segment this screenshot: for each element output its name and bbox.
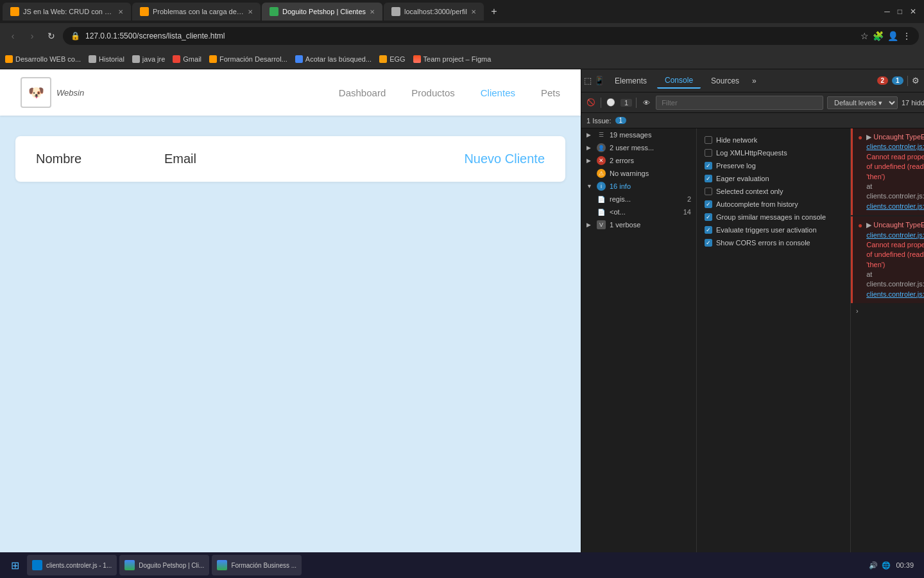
error-2-link[interactable]: clients.controler.js:37	[866, 231, 924, 239]
preserve-log-checkbox[interactable]: ✓	[705, 162, 712, 170]
bookmarks-bar: Desarrollo WEB co... Historial java jre …	[0, 49, 924, 69]
error-2-dot: ●	[858, 221, 862, 230]
bookmark-formacion[interactable]: Formación Desarrol...	[209, 55, 287, 63]
vscode-icon	[32, 560, 42, 570]
setting-group-similar[interactable]: ✓ Group similar messages in console	[702, 211, 845, 223]
taskbar-vscode[interactable]: clients.controler.js - 1...	[27, 555, 117, 575]
error-2-at-link[interactable]: clients.controler.js:37:35	[866, 290, 924, 298]
console-toolbar: 🚫 ⚪ 1 👁 Default levels ▾ 17 hidden ⚙	[581, 92, 924, 113]
nav-pets[interactable]: Pets	[541, 87, 560, 98]
evaluate-triggers-checkbox[interactable]: ✓	[705, 226, 712, 234]
tab-4[interactable]: localhost:3000/perfil ✕	[384, 3, 484, 21]
console-item-info[interactable]: ▼ i 16 info	[581, 180, 696, 193]
tab-1-close[interactable]: ✕	[118, 8, 123, 15]
tab-3[interactable]: Doguito Petshop | Clientes ✕	[262, 3, 382, 21]
bookmark-java[interactable]: java jre	[132, 55, 165, 63]
bookmark-star[interactable]: ☆	[860, 31, 869, 41]
extensions-icon[interactable]: 🧩	[873, 31, 884, 41]
preserve-log-icon[interactable]: ⚪	[605, 97, 617, 109]
reload-button[interactable]: ↻	[44, 28, 59, 44]
console-item-verbose[interactable]: ▶ V 1 verbose	[581, 218, 696, 231]
network-icon[interactable]: 🌐	[882, 561, 891, 570]
minimize-button[interactable]: ─	[884, 7, 890, 16]
url-bar[interactable]: 🔒 127.0.0.1:5500/screens/lista_cliente.h…	[63, 27, 919, 45]
hide-network-checkbox[interactable]	[705, 136, 712, 144]
top-context-select[interactable]: 1	[620, 99, 632, 107]
menu-button[interactable]: ⋮	[902, 31, 911, 41]
group-similar-checkbox[interactable]: ✓	[705, 213, 712, 221]
setting-log-xml[interactable]: Log XMLHttpRequests	[702, 146, 845, 159]
bookmark-acotar[interactable]: Acotar las búsqued...	[295, 55, 372, 63]
bookmark-gmail[interactable]: Gmail	[173, 55, 201, 63]
nuevo-cliente-button[interactable]: Nuevo Cliente	[464, 152, 545, 166]
error-2-arrow[interactable]: ▶	[866, 221, 873, 229]
eye-icon[interactable]: 👁	[640, 97, 652, 109]
bookmark-historial[interactable]: Historial	[89, 55, 124, 63]
tab-console[interactable]: Console	[657, 73, 701, 89]
volume-icon[interactable]: 🔊	[869, 561, 878, 570]
clear-console-icon[interactable]: 🚫	[585, 97, 597, 109]
ct-sep-1	[601, 98, 601, 108]
tab-3-close[interactable]: ✕	[370, 8, 375, 15]
new-tab-button[interactable]: +	[485, 3, 503, 21]
console-left: ▶ ☰ 19 messages ▶ 👤 2 user mess... ▶ ✕ 2…	[581, 128, 697, 557]
console-item-user[interactable]: ▶ 👤 2 user mess...	[581, 141, 696, 154]
browser-chrome: JS en la Web: CRUD con JavaScri... ✕ Pro…	[0, 0, 924, 69]
forward-button[interactable]: ›	[24, 28, 40, 44]
eager-eval-checkbox[interactable]: ✓	[705, 175, 712, 182]
selected-context-checkbox[interactable]	[705, 188, 712, 195]
site-content: Nombre Email Nuevo Cliente	[0, 116, 581, 202]
taskbar-chrome-2[interactable]: Formación Business ...	[212, 555, 302, 575]
url-actions: ☆ 🧩 👤 ⋮	[860, 31, 911, 41]
bookmark-egg[interactable]: EGG	[379, 55, 405, 63]
console-item-errors[interactable]: ▶ ✕ 2 errors	[581, 154, 696, 167]
tab-sources[interactable]: Sources	[703, 74, 747, 88]
bookmark-desarrollo[interactable]: Desarrollo WEB co...	[5, 55, 81, 63]
setting-hide-network[interactable]: Hide network	[702, 134, 845, 146]
console-item-warnings[interactable]: ⚠ No warnings	[581, 167, 696, 180]
device-toggle-icon[interactable]: 📱	[594, 76, 604, 85]
setting-eager-eval[interactable]: ✓ Eager evaluation	[702, 172, 845, 185]
error-1-link[interactable]: clients.controler.js:37	[866, 143, 924, 150]
setting-evaluate-triggers[interactable]: ✓ Evaluate triggers user activation	[702, 223, 845, 236]
more-tabs-icon[interactable]: »	[749, 76, 759, 85]
filter-input[interactable]	[656, 96, 823, 110]
settings-icon[interactable]: ⚙	[912, 76, 920, 85]
start-button[interactable]: ⊞	[5, 556, 24, 575]
tab-4-close[interactable]: ✕	[471, 8, 476, 15]
setting-preserve-log[interactable]: ✓ Preserve log	[702, 159, 845, 172]
select-element-icon[interactable]: ⬚	[584, 76, 592, 85]
error-1-arrow[interactable]: ▶	[866, 133, 873, 141]
tab-1[interactable]: JS en la Web: CRUD con JavaScri... ✕	[3, 3, 131, 21]
close-window-button[interactable]: ✕	[910, 7, 916, 16]
back-button[interactable]: ‹	[5, 28, 21, 44]
autocomplete-checkbox[interactable]: ✓	[705, 200, 712, 208]
console-item-ot[interactable]: 📄 <ot... 14	[581, 206, 696, 218]
setting-autocomplete[interactable]: ✓ Autocomplete from history	[702, 198, 845, 211]
nav-clientes[interactable]: Clientes	[481, 87, 515, 98]
setting-show-cors[interactable]: ✓ Show CORS errors in console	[702, 236, 845, 249]
info-badge: 1	[892, 76, 903, 85]
setting-selected-context[interactable]: Selected context only	[702, 185, 845, 198]
nav-productos[interactable]: Productos	[411, 87, 455, 98]
show-cors-checkbox[interactable]: ✓	[705, 239, 712, 247]
selected-context-label: Selected context only	[716, 188, 783, 195]
table-header: Nombre Email Nuevo Cliente	[36, 152, 545, 166]
nav-dashboard[interactable]: Dashboard	[339, 87, 386, 98]
console-item-regis[interactable]: 📄 regis... 2	[581, 193, 696, 206]
tab-2[interactable]: Problemas con la carga de nuev... ✕	[132, 3, 261, 21]
error-1-at-link[interactable]: clients.controler.js:37:35	[866, 202, 924, 210]
dt-icons-left: ⬚ 📱	[584, 76, 604, 85]
tab-1-title: JS en la Web: CRUD con JavaScri...	[23, 8, 114, 15]
maximize-button[interactable]: □	[898, 7, 902, 16]
tab-2-close[interactable]: ✕	[248, 8, 253, 15]
log-level-select[interactable]: Default levels ▾	[827, 96, 898, 109]
log-xml-checkbox[interactable]	[705, 149, 712, 157]
tab-elements[interactable]: Elements	[607, 74, 654, 88]
console-item-messages[interactable]: ▶ ☰ 19 messages	[581, 128, 696, 141]
taskbar-chrome-1[interactable]: Doguito Petshop | Cli...	[119, 555, 209, 575]
profile-icon[interactable]: 👤	[887, 31, 898, 41]
error-2-type: Uncaught TypeError:	[873, 221, 924, 229]
bookmark-figma[interactable]: Team project – Figma	[413, 55, 492, 63]
console-prompt[interactable]: ›	[851, 304, 924, 317]
